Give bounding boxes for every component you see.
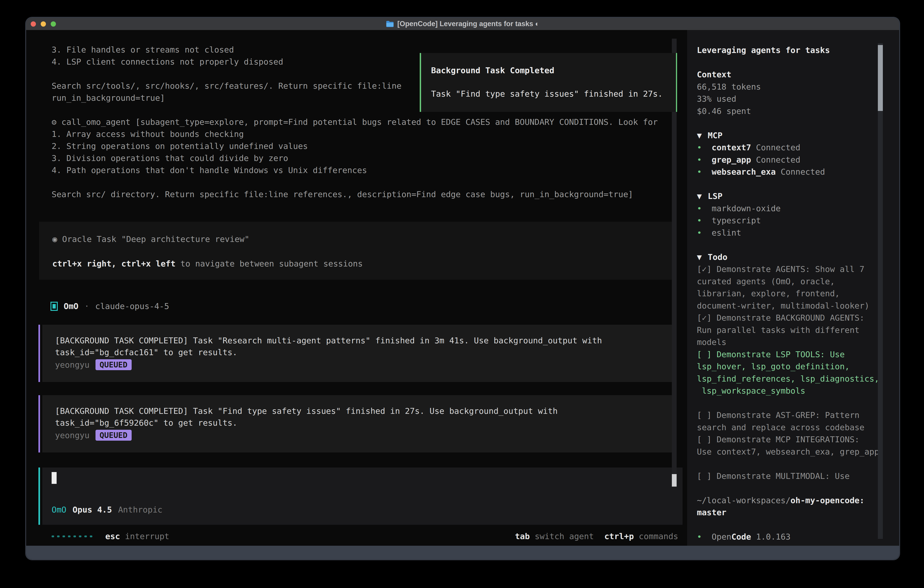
queued-badge: QUEUED [96, 359, 132, 370]
mcp-item-name: grep_app [712, 155, 751, 164]
todo-list: [✓] Demonstrate AGENTS: Show all 7curate… [697, 263, 899, 482]
task-message-panel: [BACKGROUND TASK COMPLETED] Task "Find t… [42, 395, 673, 453]
workspace-repo-name: oh-my-opencode: [790, 496, 865, 505]
mcp-item: • context7 Connected [697, 141, 899, 154]
mcp-items: • context7 Connected• grep_app Connected… [697, 141, 899, 178]
todo-line: models [697, 336, 899, 349]
mcp-heading-label: MCP [708, 131, 723, 140]
title-bar[interactable]: [OpenCode] Leveraging agents for tasks ◐ [26, 18, 899, 30]
esc-action-label: interrupt [125, 532, 169, 541]
terminal-line: 2. String operations on potentially unde… [52, 140, 658, 152]
esc-hint: esc interrupt [105, 532, 169, 541]
status-dot-icon: • [697, 532, 702, 542]
todo-line: Use context7, websearch_exa, grep_app [697, 446, 899, 458]
context-stat-line: 33% used [697, 93, 899, 105]
tab-hint: tab switch agent [515, 532, 594, 541]
spinner-dot-icon [57, 535, 59, 537]
todo-line: document-writer, multimodal-looker) [697, 300, 899, 312]
spinner-dot-icon [90, 535, 92, 537]
task-message-line: [BACKGROUND TASK COMPLETED] Task "Find t… [55, 405, 673, 417]
todo-line: curated agents (OmO, oracle, [697, 275, 899, 287]
lsp-item-name: markdown-oxide [712, 204, 780, 213]
minimize-button[interactable] [41, 21, 46, 26]
lsp-heading-label: LSP [708, 192, 723, 201]
bullet-icon: • [697, 228, 702, 237]
input-provider-name: Anthropic [118, 505, 162, 514]
mcp-section: ▼MCP • context7 Connected• grep_app Conn… [697, 129, 899, 178]
task-message-panel: [BACKGROUND TASK COMPLETED] Task "Resear… [42, 325, 673, 382]
spinner-dot-icon [68, 535, 71, 537]
terminal-line: 3. Division operations that could divide… [52, 152, 658, 164]
terminal-line: Search src/ directory. Return specific f… [52, 188, 658, 200]
esc-key-label: esc [105, 532, 120, 541]
mcp-item-status: Connected [776, 167, 825, 177]
todo-line: [ ] Demonstrate LSP TOOLS: Use [697, 349, 899, 361]
tab-key-label: tab [515, 532, 530, 541]
agent-name: OmO [64, 302, 78, 311]
opencode-window: [OpenCode] Leveraging agents for tasks ◐… [26, 18, 899, 559]
sidebar-scrollbar[interactable] [878, 43, 883, 539]
zoom-button[interactable] [51, 21, 56, 26]
todo-line: Run parallel tasks with different [697, 324, 899, 336]
mcp-heading[interactable]: ▼MCP [697, 129, 899, 142]
spinner-dot-icon [84, 535, 87, 537]
sidebar-scrollbar-thumb[interactable] [878, 45, 883, 111]
todo-line: [✓] Demonstrate AGENTS: Show all 7 [697, 263, 899, 275]
context-heading: Context [697, 68, 899, 81]
queued-badge: QUEUED [96, 430, 132, 441]
window-bottom-bar [26, 546, 899, 559]
session-sidebar: Leveraging agents for tasks Context 66,5… [687, 30, 899, 546]
todo-heading[interactable]: ▼Todo [697, 251, 899, 263]
workspace-branch: master [697, 506, 899, 519]
close-button[interactable] [31, 21, 36, 26]
spinner-dot-icon [52, 535, 54, 537]
agent-header: OmO · claude-opus-4-5 [51, 300, 169, 312]
subagent-nav-hint: ctrl+x right, ctrl+x left to navigate be… [52, 258, 673, 270]
task-message-line: task_id="bg_dcfac161" to get results. [55, 347, 673, 358]
lsp-items: • markdown-oxide• typescript• eslint [697, 202, 899, 239]
version-line: • OpenCode 1.0.163 [697, 531, 899, 543]
terminal-line [52, 176, 658, 188]
ctrlp-hint: ctrl+p commands [604, 532, 678, 541]
toast-body: Task "Find type safety issues" finished … [431, 88, 676, 100]
context-section: Context 66,518 tokens33% used$0.46 spent [697, 68, 899, 117]
window-content: 3. File handles or streams not closed4. … [26, 30, 899, 546]
agent-separator: · [84, 302, 89, 311]
oracle-task-panel: ◉ Oracle Task "Deep architecture review"… [39, 222, 673, 280]
context-stat-line: 66,518 tokens [697, 81, 899, 93]
window-title: [OpenCode] Leveraging agents for tasks ◐ [386, 20, 539, 28]
todo-line: [ ] Demonstrate MCP INTEGRATIONS: [697, 433, 899, 446]
lsp-item-name: eslint [712, 228, 741, 237]
task-user: yeongyu [55, 360, 89, 370]
todo-heading-label: Todo [708, 253, 728, 262]
task-meta-row: yeongyuQUEUED [55, 429, 673, 441]
input-model-name[interactable]: Opus 4.5 [73, 505, 112, 514]
nav-hint-text: to navigate between subagent sessions [175, 259, 363, 268]
omo-agent-icon [51, 302, 58, 311]
lsp-section: ▼LSP • markdown-oxide• typescript• eslin… [697, 190, 899, 239]
agent-model: claude-opus-4-5 [95, 302, 169, 311]
chat-scrollbar-thumb[interactable] [672, 474, 676, 487]
todo-line: [✓] Demonstrate BACKGROUND AGENTS: [697, 312, 899, 324]
model-row: OmO Opus 4.5 Anthropic [52, 504, 163, 516]
terminal-line: ⚙ call_omo_agent [subagent_type=explore,… [52, 116, 658, 128]
prompt-input[interactable]: OmO Opus 4.5 Anthropic [42, 467, 683, 525]
lsp-item: • typescript [697, 215, 899, 227]
mcp-item-status: Connected [751, 143, 800, 152]
ctrlp-action-label: commands [639, 532, 678, 541]
mcp-item: • websearch_exa Connected [697, 166, 899, 178]
task-user: yeongyu [55, 431, 89, 440]
mcp-item-name: websearch_exa [712, 167, 776, 177]
nav-hint-keys: ctrl+x right, ctrl+x left [52, 259, 175, 268]
background-task-toast[interactable]: Background Task Completed Task "Find typ… [420, 53, 677, 112]
version-footer: • OpenCode 1.0.163 [697, 531, 899, 543]
task-meta-row: yeongyuQUEUED [55, 359, 673, 371]
tab-action-label: switch agent [535, 532, 594, 541]
lsp-heading[interactable]: ▼LSP [697, 190, 899, 202]
collapse-triangle-icon: ▼ [697, 192, 702, 201]
todo-line: lsp_find_references, lsp_diagnostics, [697, 373, 899, 385]
spinner-dot-icon [63, 535, 65, 537]
task-message-line: [BACKGROUND TASK COMPLETED] Task "Resear… [55, 335, 673, 347]
mcp-item-status: Connected [751, 155, 800, 164]
todo-line [697, 458, 899, 470]
